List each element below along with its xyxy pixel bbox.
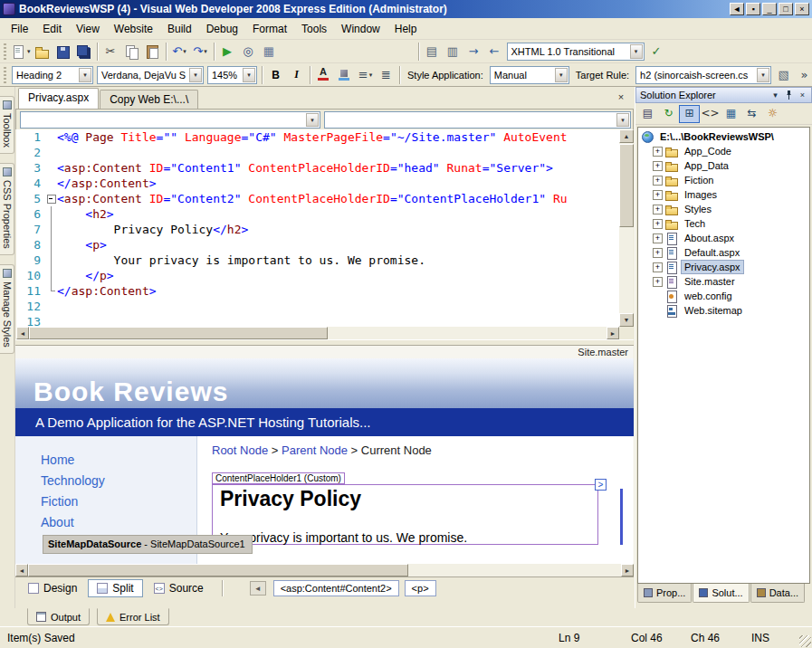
master-page-label[interactable]: Site.master [578,347,628,357]
dropdown-arrow-icon[interactable]: ▾ [630,44,643,59]
split-view-splitter[interactable] [15,339,634,346]
close-document-icon[interactable]: × [614,91,628,105]
horizontal-scrollbar[interactable]: ◄ ► [16,327,619,339]
scroll-down-icon[interactable]: ▼ [619,313,634,327]
menu-debug[interactable]: Debug [199,20,245,38]
menu-view[interactable]: View [69,20,107,38]
configuration-button[interactable]: ▦ [259,42,280,62]
open-file-button[interactable] [32,42,53,62]
contentplaceholder-region[interactable]: Privacy Policy Your privacy is important… [212,484,598,545]
dropdown-arrow-icon[interactable]: ▾ [79,68,91,82]
expand-icon[interactable]: + [653,262,663,272]
split-view-button[interactable]: Split [88,579,142,597]
uncomment-button[interactable]: ▥ [443,42,463,62]
list-button[interactable]: ≣ [376,65,396,85]
design-view-button[interactable]: Design [19,579,86,597]
minimize-button[interactable]: _ [762,3,777,15]
css-properties-tab[interactable]: CSS Properties [0,163,14,255]
dropdown-arrow-icon[interactable]: ▾ [757,68,769,82]
window-position-icon[interactable]: ▾ [769,89,782,101]
target-rule-combo[interactable]: h2 (sinorcaish-screen.cs▾ [635,66,771,84]
resize-grip[interactable] [799,635,811,647]
new-style-button[interactable]: ▧ [773,65,794,85]
scroll-left-icon[interactable]: ◄ [15,564,28,577]
menu-build[interactable]: Build [160,20,199,38]
aspnet-configuration-button[interactable]: ☼ [762,105,783,123]
tree-item-about-aspx[interactable]: +About.aspx [638,231,809,245]
doc-tab-privacy-aspx[interactable]: Privacy.aspx [18,88,99,109]
menu-help[interactable]: Help [387,20,425,38]
menu-edit[interactable]: Edit [35,20,69,38]
titlebar-extra-button-1[interactable]: ◄ [730,3,744,15]
breadcrumb-link[interactable]: Root Node [212,443,268,457]
expand-icon[interactable]: + [653,176,663,186]
tree-item-tech[interactable]: +Tech [638,216,809,231]
expand-icon[interactable]: + [653,190,663,200]
smart-tag-button[interactable]: > [595,479,607,491]
save-all-button[interactable] [73,42,94,62]
dropdown-arrow-icon[interactable]: ▾ [306,113,319,127]
tree-item-images[interactable]: +Images [638,187,809,202]
new-website-button[interactable]: ▾ [10,42,32,62]
comment-button[interactable]: ▤ [422,42,443,62]
tree-item-styles[interactable]: +Styles [638,202,809,216]
solution-explorer-tab[interactable]: Solut... [693,584,749,603]
doctype-combo[interactable]: XHTML 1.0 Transitional▾ [507,43,645,61]
doc-tab-copy-web-e[interactable]: Copy Web E:\...\ [100,90,198,109]
style-application-combo[interactable]: Manual▾ [490,66,569,84]
copy-button[interactable] [121,42,142,62]
nest-related-files-button[interactable]: ⊞ [679,105,700,123]
paste-button[interactable] [142,42,163,62]
view-code-button[interactable]: <> [700,105,721,123]
sitemapdatasource-control[interactable]: SiteMapDataSource - SiteMapDataSource1 [43,535,253,554]
design-horizontal-scrollbar[interactable]: ◄ ► [15,564,634,577]
expand-icon[interactable]: + [653,205,663,214]
italic-button[interactable]: I [286,65,307,85]
tree-item-default-aspx[interactable]: +Default.aspx [638,245,809,260]
expand-icon[interactable]: + [653,277,663,287]
titlebar-extra-button-2[interactable]: ▪ [746,3,760,15]
tree-item-web-config[interactable]: web.config [638,289,809,303]
dropdown-arrow-icon[interactable]: ▾ [616,113,629,127]
expand-icon[interactable]: + [653,248,663,258]
design-view[interactable]: Book Reviews A Demo Application for the … [15,358,634,564]
start-debugging-button[interactable]: ▶ [217,42,238,62]
expand-icon[interactable]: + [653,219,663,229]
indent-button[interactable]: → [463,42,484,62]
tree-item-app-code[interactable]: +App_Code [638,144,809,158]
toolbox-tab[interactable]: Toolbox [0,96,14,154]
tag-nav-left-icon[interactable]: ◄ [250,581,266,596]
overflow-button[interactable]: » [794,65,812,85]
privacy-paragraph[interactable]: Your privacy is important to us. We prom… [220,530,467,545]
scroll-right-icon[interactable]: ► [607,327,619,339]
breadcrumb-link[interactable]: Parent Node [282,443,348,457]
tag-navigator-item[interactable]: <p> [405,580,436,596]
scroll-left-icon[interactable]: ◄ [16,327,29,339]
align-button[interactable]: ≡▾ [355,65,376,85]
outline-marker[interactable] [45,191,57,206]
toolbar-grip[interactable] [4,43,6,60]
outdent-button[interactable]: ← [484,42,505,62]
menu-format[interactable]: Format [245,20,294,38]
close-button[interactable]: × [795,3,809,15]
menu-window[interactable]: Window [334,20,387,38]
tree-item-web-sitemap[interactable]: Web.sitemap [638,303,809,318]
tree-item-fiction[interactable]: +Fiction [638,173,809,187]
expand-icon[interactable]: + [653,161,663,171]
redo-button[interactable]: ↷▾ [190,42,211,62]
save-button[interactable] [53,42,73,62]
tree-item-site-master[interactable]: +Site.master [638,274,809,289]
toolbar-grip[interactable] [4,67,6,83]
nav-link-about[interactable]: About [41,515,105,529]
dropdown-arrow-icon[interactable]: ▾ [555,68,568,82]
menu-website[interactable]: Website [107,20,160,38]
scrollbar-thumb[interactable] [29,327,328,339]
solution-tree[interactable]: E:\...\BookReviewsWSP\+App_Code+App_Data… [637,127,810,584]
privacy-policy-heading[interactable]: Privacy Policy [220,487,361,511]
scroll-right-icon[interactable]: ► [621,564,634,577]
event-dropdown[interactable]: ▾ [324,111,631,129]
font-size-combo[interactable]: 145%▾ [207,66,257,84]
block-format-combo[interactable]: Heading 2▾ [12,66,93,84]
font-name-combo[interactable]: Verdana, DejaVu S▾ [97,66,204,84]
nav-link-technology[interactable]: Technology [41,473,105,488]
